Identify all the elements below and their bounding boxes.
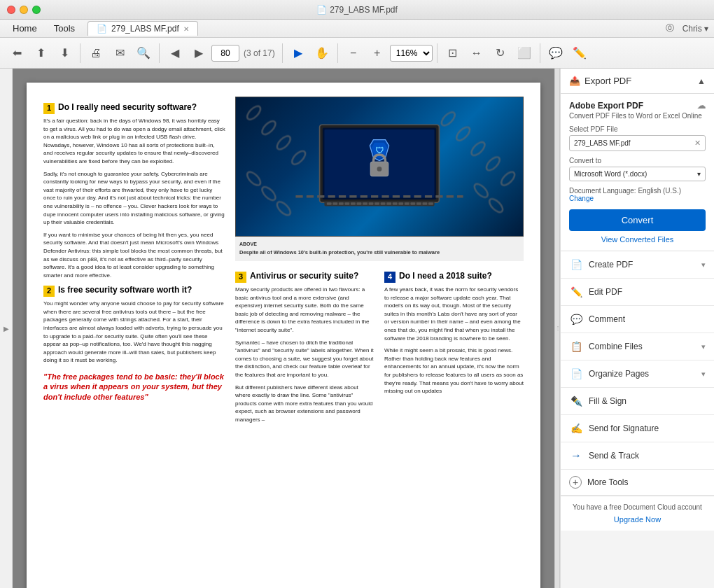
tool-create-pdf-left: 📄 Create PDF xyxy=(569,258,633,272)
fit-page-icon[interactable]: ⊡ xyxy=(442,42,464,64)
menu-tools[interactable]: Tools xyxy=(47,22,82,35)
window-controls[interactable] xyxy=(7,6,41,14)
tool-send-signature[interactable]: ✍️ Send for Signature xyxy=(561,415,714,442)
svg-point-38 xyxy=(377,167,382,172)
svg-rect-34 xyxy=(416,202,421,204)
combine-icon: 📋 xyxy=(569,340,583,354)
export-chevron[interactable]: ▲ xyxy=(697,76,706,86)
export-pdf-title: 📤 Export PDF xyxy=(569,76,631,86)
select-tool-icon[interactable]: ▶ xyxy=(287,42,309,64)
send-track-label: Send & Track xyxy=(589,451,639,461)
pen-icon[interactable]: ✏️ xyxy=(568,42,591,64)
help-icon: ⓪ xyxy=(666,22,674,34)
create-pdf-chevron-icon: ▾ xyxy=(701,260,706,270)
pdf-viewer[interactable]: 1 Do I really need security software? It… xyxy=(13,69,554,588)
panel-divider[interactable]: ⋮ xyxy=(554,69,560,588)
create-pdf-icon: 📄 xyxy=(569,258,583,272)
upgrade-now-button[interactable]: Upgrade Now xyxy=(569,515,706,524)
tool-organize-pages[interactable]: 📄 Organize Pages ▾ xyxy=(561,360,714,388)
close-tab-button[interactable]: ✕ xyxy=(183,25,189,33)
section3-title: Antivirus or security suite? xyxy=(250,271,358,281)
section1-body2: Sadly, it's not enough to guarantee your… xyxy=(43,170,225,227)
toolbar-sep-4 xyxy=(337,43,338,63)
svg-point-8 xyxy=(499,169,517,187)
tool-edit-pdf[interactable]: ✏️ Edit PDF xyxy=(561,279,714,306)
caption-label: ABOVE xyxy=(239,241,519,248)
maximize-button[interactable] xyxy=(32,6,41,14)
convert-to-select[interactable]: Microsoft Word (*.docx) ▾ xyxy=(569,167,706,181)
comment-tool-icon: 💬 xyxy=(569,312,583,326)
prev-page-icon[interactable]: ◀ xyxy=(164,42,186,64)
close-button[interactable] xyxy=(7,6,15,14)
hand-tool-icon[interactable]: ✋ xyxy=(311,42,333,64)
page-number-input[interactable] xyxy=(211,45,239,62)
convert-chevron-icon: ▾ xyxy=(697,170,701,178)
create-pdf-label: Create PDF xyxy=(589,260,633,270)
forward-up-icon[interactable]: ⬆ xyxy=(29,42,52,64)
back-arrow-icon[interactable]: ⬅ xyxy=(6,42,28,64)
minimize-button[interactable] xyxy=(20,6,28,14)
change-language-link[interactable]: Change xyxy=(569,195,594,202)
search-icon[interactable]: 🔍 xyxy=(132,42,155,64)
tool-fill-sign[interactable]: ✒️ Fill & Sign xyxy=(561,388,714,415)
cloud-icon: ☁ xyxy=(697,101,706,111)
zoom-in-icon[interactable]: + xyxy=(366,42,388,64)
menu-home[interactable]: Home xyxy=(6,22,44,35)
tool-create-pdf[interactable]: 📄 Create PDF ▾ xyxy=(561,251,714,279)
svg-rect-35 xyxy=(423,202,428,204)
comment-icon[interactable]: 💬 xyxy=(545,42,567,64)
right-panel: 📤 Export PDF ▲ Adobe Export PDF ☁ Conver… xyxy=(560,69,714,588)
menubar: Home Tools 📄 279_LABS MF.pdf ✕ ⓪ Chris ▾ xyxy=(0,20,714,38)
pdf-tab-icon: 📄 xyxy=(97,24,107,34)
svg-point-2 xyxy=(275,134,293,151)
tools-list: 📄 Create PDF ▾ ✏️ Edit PDF 💬 Comment xyxy=(561,251,714,496)
rotate-icon[interactable]: ↻ xyxy=(489,42,512,64)
file-select-field[interactable]: 279_LABS MF.pdf ✕ xyxy=(569,135,706,151)
pdf-tab[interactable]: 📄 279_LABS MF.pdf ✕ xyxy=(88,21,198,36)
svg-point-6 xyxy=(469,140,486,158)
svg-rect-36 xyxy=(428,202,433,204)
svg-rect-32 xyxy=(405,202,410,204)
svg-point-11 xyxy=(275,200,293,217)
zoom-out-icon[interactable]: − xyxy=(342,42,365,64)
send-sig-label: Send for Signature xyxy=(589,424,659,433)
tool-comment[interactable]: 💬 Comment xyxy=(561,306,714,333)
file-clear-button[interactable]: ✕ xyxy=(694,139,701,148)
zoom-select[interactable]: 116% 100% 75% 150% xyxy=(390,45,433,62)
print-icon[interactable]: 🖨 xyxy=(85,42,107,64)
toolbar-sep-3 xyxy=(282,43,283,63)
section4-heading: 4 Do I need a 2018 suite? xyxy=(384,271,524,283)
select-pdf-label: Select PDF File xyxy=(569,125,706,133)
tool-send-track[interactable]: → Send & Track xyxy=(561,442,714,470)
tool-combine-files[interactable]: 📋 Combine Files ▾ xyxy=(561,333,714,360)
section4-title: Do I need a 2018 suite? xyxy=(399,271,492,281)
svg-point-1 xyxy=(260,119,277,136)
help-button[interactable]: ⓪ xyxy=(666,22,674,34)
next-page-icon[interactable]: ▶ xyxy=(188,42,210,64)
svg-point-10 xyxy=(260,185,277,202)
main-area: ▶ 1 Do I really need security software? … xyxy=(0,69,714,588)
user-label: Chris ▾ xyxy=(682,24,708,34)
tool-more-tools[interactable]: + More Tools xyxy=(561,470,714,496)
view-converted-link[interactable]: View Converted Files xyxy=(569,235,706,244)
section4-body1: A few years back, it was the norm for se… xyxy=(384,286,524,342)
convert-to-label: Convert to xyxy=(569,157,706,164)
toolbar-sep-2 xyxy=(159,43,160,63)
divider-dots: ⋮ xyxy=(555,326,560,331)
section2-title: Is free security software worth it? xyxy=(58,285,192,295)
svg-rect-29 xyxy=(386,202,391,204)
convert-button[interactable]: Convert xyxy=(569,209,706,231)
svg-rect-27 xyxy=(374,202,379,204)
email-icon[interactable]: ✉ xyxy=(108,42,131,64)
organize-icon: 📄 xyxy=(569,367,583,381)
crop-icon[interactable]: ⬜ xyxy=(513,42,536,64)
more-tools-label: More Tools xyxy=(587,477,628,487)
fit-width-icon[interactable]: ↔ xyxy=(465,42,488,64)
section2-number: 2 xyxy=(43,286,55,297)
user-menu[interactable]: Chris ▾ xyxy=(682,24,708,34)
section4-body2: While it might seem a bit prosaic, this … xyxy=(384,346,524,396)
file-name: 279_LABS MF.pdf xyxy=(574,139,631,147)
adobe-export-section: Adobe Export PDF ☁ Convert PDF Files to … xyxy=(561,94,714,251)
forward-down-icon[interactable]: ⬇ xyxy=(53,42,76,64)
left-panel-toggle[interactable]: ▶ xyxy=(4,325,9,332)
